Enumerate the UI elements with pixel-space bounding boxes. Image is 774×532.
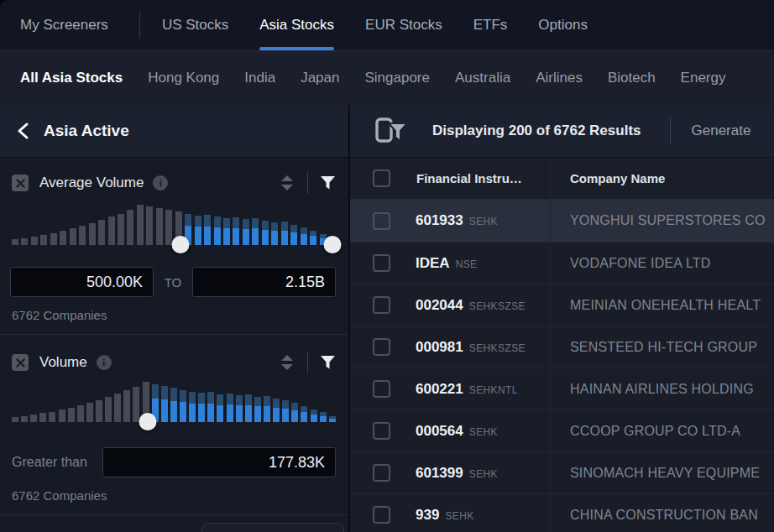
histogram-bar	[79, 226, 86, 245]
subnav-item-airlines[interactable]: Airlines	[536, 70, 583, 86]
max-value-input[interactable]	[192, 267, 336, 297]
nav-tab-us-stocks[interactable]: US Stocks	[162, 0, 228, 50]
histogram-bar-selected	[282, 400, 289, 422]
nav-tab-asia-stocks[interactable]: Asia Stocks	[259, 0, 334, 50]
table-row[interactable]: 002044 SEHKSZSE MEINIAN ONEHEALTH HEALT	[350, 284, 774, 326]
ticker-symbol[interactable]: 002044	[416, 297, 463, 314]
histogram-bar	[114, 394, 121, 422]
histogram-bar	[123, 390, 130, 422]
threshold-handle[interactable]	[139, 413, 157, 430]
row-checkbox[interactable]	[373, 338, 390, 356]
histogram-bar-selected	[207, 392, 214, 422]
stock-screener-app: My Screeners US Stocks Asia Stocks EUR S…	[0, 0, 774, 532]
exchange-code: SEHK	[445, 510, 473, 522]
filter-icon[interactable]	[320, 175, 336, 190]
exchange-code: SEHKSZSE	[469, 300, 526, 312]
exchange-code: SEHKNTL	[469, 384, 518, 396]
table-row[interactable]: 000564 SEHK CCOOP GROUP CO LTD-A	[350, 409, 774, 451]
ticker-symbol[interactable]: IDEA	[416, 255, 450, 272]
table-row[interactable]: IDEA NSE VODAFONE IDEA LTD	[350, 242, 774, 284]
histogram-bar-selected	[273, 399, 280, 422]
nav-tab-options[interactable]: Options	[538, 0, 588, 50]
table-row[interactable]: 939 SEHK CHINA CONSTRUCTION BAN	[350, 493, 774, 532]
histogram-bar-selected	[233, 217, 239, 245]
subnav-item-biotech[interactable]: Biotech	[608, 70, 656, 86]
subnav-item-hong-kong[interactable]: Hong Kong	[148, 70, 219, 86]
histogram-bar-selected	[243, 219, 249, 245]
ticker-symbol[interactable]: 000564	[416, 423, 463, 440]
average-volume-histogram	[12, 205, 336, 245]
ticker-symbol[interactable]: 000981	[416, 339, 463, 356]
ticker-symbol[interactable]: 601933	[416, 212, 463, 229]
histogram-bar-selected	[301, 227, 307, 245]
row-checkbox[interactable]	[373, 422, 390, 440]
sort-icon[interactable]	[279, 353, 295, 372]
filter-card-volume: Volume i Greater than 6762 Companies	[0, 335, 348, 515]
exchange-code: SEHKSZSE	[469, 342, 526, 354]
volume-histogram	[12, 382, 336, 422]
back-icon[interactable]	[15, 122, 32, 140]
filter-title: Average Volume	[39, 175, 144, 191]
table-row[interactable]: 601399 SEHK SINOMACH HEAVY EQUIPME	[350, 451, 774, 493]
row-checkbox[interactable]	[373, 254, 390, 272]
row-checkbox[interactable]	[373, 212, 390, 230]
search-factors-button[interactable]: Search	[201, 523, 344, 532]
range-handle-min[interactable]	[172, 236, 190, 253]
histogram-bar	[21, 416, 28, 422]
table-row[interactable]: 000981 SEHKSZSE SENSTEED HI-TECH GROUP	[350, 326, 774, 368]
nav-tab-eur-stocks[interactable]: EUR Stocks	[365, 0, 442, 50]
subnav-item-japan[interactable]: Japan	[301, 70, 339, 86]
nav-tab-my-screeners[interactable]: My Screeners	[20, 0, 108, 50]
results-rows: 601933 SEHK YONGHUI SUPERSTORES CO IDEA …	[350, 200, 774, 532]
histogram-bar-selected	[198, 393, 205, 422]
nav-tab-etfs[interactable]: ETFs	[473, 0, 508, 50]
ticker-symbol[interactable]: 601399	[416, 465, 463, 482]
subnav-item-all-asia-stocks[interactable]: All Asia Stocks	[20, 70, 123, 86]
results-header: Displaying 200 of 6762 Results Generate	[350, 105, 774, 158]
table-row[interactable]: 600221 SEHKNTL HAINAN AIRLINES HOLDING	[350, 368, 774, 409]
ticker-symbol[interactable]: 939	[416, 507, 439, 524]
filter-card-average-volume: Average Volume i TO 6762 Compan	[0, 158, 348, 335]
histogram-bar	[40, 235, 47, 245]
histogram-bar-selected	[217, 394, 223, 422]
subnav-item-australia[interactable]: Australia	[455, 70, 510, 86]
row-checkbox[interactable]	[373, 464, 390, 482]
screen-header: Asia Active	[0, 105, 348, 158]
histogram-bar	[127, 210, 133, 245]
select-all-checkbox[interactable]	[373, 170, 390, 187]
column-financial-instrument[interactable]: Financial Instru…	[416, 171, 522, 185]
filter-icon[interactable]	[320, 355, 336, 370]
sort-icon[interactable]	[279, 174, 295, 192]
histogram-bar	[98, 220, 105, 245]
column-company-name[interactable]: Company Name	[570, 171, 665, 185]
histogram-bar	[31, 237, 38, 245]
histogram-bar-selected	[281, 222, 288, 245]
histogram-bar	[105, 397, 112, 422]
screen-results-icon	[375, 117, 409, 145]
generate-button[interactable]: Generate	[692, 123, 751, 139]
ticker-symbol[interactable]: 600221	[416, 381, 463, 398]
table-row[interactable]: 601933 SEHK YONGHUI SUPERSTORES CO	[350, 200, 774, 242]
subnav-item-india[interactable]: India	[244, 70, 275, 86]
row-checkbox[interactable]	[373, 506, 390, 524]
row-checkbox[interactable]	[373, 380, 390, 398]
range-handle-max[interactable]	[324, 236, 342, 253]
filters-panel: Asia Active Average Volume i	[0, 105, 348, 532]
remove-filter-icon[interactable]	[12, 354, 29, 371]
info-icon[interactable]: i	[153, 175, 168, 190]
remove-filter-icon[interactable]	[12, 175, 29, 191]
subnav-item-energy[interactable]: Energy	[681, 70, 726, 86]
histogram-bar	[156, 208, 163, 245]
min-value-input[interactable]	[10, 267, 154, 297]
results-panel: Displaying 200 of 6762 Results Generate …	[350, 105, 774, 532]
subnav-item-singapore[interactable]: Singapore	[364, 70, 430, 86]
histogram-bar	[59, 409, 65, 422]
histogram-bar-selected	[170, 388, 177, 422]
greater-than-label: Greater than	[12, 455, 102, 470]
threshold-value-input[interactable]	[102, 447, 336, 477]
info-icon[interactable]: i	[97, 355, 112, 370]
top-nav: My Screeners US Stocks Asia Stocks EUR S…	[0, 0, 774, 50]
row-checkbox[interactable]	[373, 296, 390, 314]
histogram-bar	[133, 387, 139, 422]
histogram-bar	[30, 415, 37, 422]
